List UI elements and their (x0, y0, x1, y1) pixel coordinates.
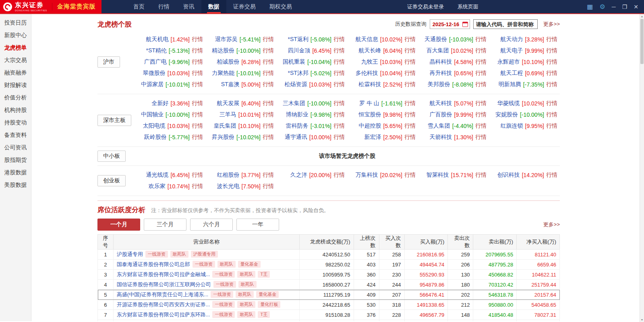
quote-link[interactable]: 行情 (263, 81, 274, 88)
stock-name-link[interactable]: 中超控股 (359, 122, 381, 130)
stock-name-link[interactable]: 创识科技 (497, 171, 520, 179)
stock-name-link[interactable]: 国机重装 (283, 58, 305, 66)
sidebar-item[interactable]: 大宗交易 (0, 54, 31, 66)
stock-name-link[interactable]: 天通股份 (425, 36, 447, 43)
stock-name-link[interactable]: 广西广电 (144, 58, 167, 66)
sidebar-item[interactable]: 港股数据 (0, 166, 31, 179)
stock-name-link[interactable]: 昇兴股份 (212, 134, 234, 141)
stock-name-link[interactable]: 航天科技 (430, 100, 452, 107)
seat-name-link[interactable]: 东方财富证券股份有限公司拉萨东环路... (117, 312, 210, 318)
stock-name-link[interactable]: 航天信息 (356, 36, 378, 43)
quote-link[interactable]: 行情 (192, 81, 203, 88)
quote-link[interactable]: 行情 (404, 81, 416, 88)
stock-name-link[interactable]: 九牧王 (361, 58, 378, 66)
stock-name-link[interactable]: 航天机电 (146, 36, 169, 43)
stock-name-link[interactable]: 智莱科技 (427, 171, 449, 179)
quote-link[interactable]: 行情 (192, 47, 203, 54)
quote-link[interactable]: 行情 (333, 70, 345, 77)
stock-name-link[interactable]: 松炀资源 (285, 81, 307, 88)
quote-link[interactable]: 行情 (475, 100, 487, 107)
quote-link[interactable]: 行情 (333, 100, 345, 107)
quote-link[interactable]: 行情 (333, 134, 345, 141)
stock-name-link[interactable]: 安妮股份 (495, 111, 518, 118)
stock-name-link[interactable]: *ST返利 (288, 36, 309, 43)
quote-link[interactable]: 行情 (263, 36, 274, 43)
quote-link[interactable]: 行情 (192, 58, 203, 66)
quote-link[interactable]: 行情 (333, 58, 345, 66)
stock-name-link[interactable]: 三木集团 (283, 100, 305, 107)
sidebar-item[interactable]: 龙虎榜单 (0, 41, 31, 54)
vertical-scrollbar[interactable]: ▲ ▼ (640, 14, 644, 322)
stock-name-link[interactable]: 三羊马 (219, 111, 236, 118)
stock-name-link[interactable]: 松霖科技 (359, 81, 381, 88)
stock-name-link[interactable]: 精达股份 (212, 47, 234, 54)
quote-link[interactable]: 行情 (333, 122, 345, 130)
stock-name-link[interactable]: 久之洋 (290, 171, 307, 179)
seat-name-link[interactable]: 开源证券股份有限公司西安西大街证券... (117, 301, 210, 308)
sidebar-item[interactable]: 财报解读 (0, 79, 31, 91)
quote-link[interactable]: 行情 (546, 36, 557, 43)
lhb-more-link[interactable]: 更多>> (543, 21, 560, 28)
sidebar-item[interactable]: 备查资料 (0, 129, 31, 141)
sidebar-item[interactable]: 价值分析 (0, 91, 31, 104)
period-tab[interactable]: 一年 (236, 219, 279, 231)
stock-name-link[interactable]: 美邦股份 (428, 81, 450, 88)
quote-link[interactable]: 行情 (263, 171, 274, 179)
stock-name-link[interactable]: *ST精伦 (146, 47, 167, 54)
stock-name-link[interactable]: 红相股份 (217, 171, 240, 179)
seat-name-link[interactable]: 高盛(中国)证券有限责任公司上海浦东... (117, 291, 209, 297)
stock-name-link[interactable]: 皇氏集团 (214, 122, 236, 130)
close-icon[interactable]: ✕ (634, 4, 638, 10)
system-page-link[interactable]: 系统页面 (458, 3, 478, 10)
quote-link[interactable]: 行情 (333, 47, 345, 54)
minimize-icon[interactable]: ─ (612, 4, 616, 10)
seat-name-link[interactable]: 沪股通专用 (117, 251, 143, 257)
nav-item[interactable]: 行情 (151, 0, 176, 13)
stock-name-link[interactable]: 博纳影业 (286, 111, 309, 118)
stock-name-link[interactable]: 四川金顶 (288, 47, 311, 54)
quote-link[interactable]: 行情 (333, 81, 345, 88)
quote-link[interactable]: 行情 (263, 122, 274, 130)
stock-name-link[interactable]: 雪人集团 (428, 122, 450, 130)
stock-name-link[interactable]: 恒宝股份 (359, 111, 381, 118)
quote-link[interactable]: 行情 (475, 171, 487, 179)
stock-name-link[interactable]: ST嘉澳 (221, 81, 240, 88)
sidebar-item[interactable]: 公司资讯 (0, 141, 31, 154)
apps-grid-icon[interactable]: ▦ (587, 4, 593, 10)
quote-link[interactable]: 行情 (404, 36, 416, 43)
nav-item[interactable]: 资讯 (176, 0, 201, 13)
stock-name-link[interactable]: 再升科技 (430, 70, 452, 77)
quote-link[interactable]: 行情 (475, 122, 487, 130)
stock-name-link[interactable]: 通宇通讯 (285, 134, 307, 141)
period-tab[interactable]: 一个月 (97, 219, 140, 231)
sidebar-item[interactable]: 美股数据 (0, 179, 31, 191)
nav-item[interactable]: 数据 (201, 0, 226, 13)
seat-name-link[interactable]: 国信证券股份有限公司浙江互联网分公司 (117, 281, 211, 287)
stock-name-link[interactable]: 华菱线缆 (497, 100, 520, 107)
sidebar-item[interactable]: 融资融券 (0, 66, 31, 79)
quote-link[interactable]: 行情 (192, 134, 203, 141)
stock-name-link[interactable]: 退市苏吴 (215, 36, 238, 43)
quote-link[interactable]: 行情 (404, 111, 416, 118)
stock-name-link[interactable]: 通光线缆 (146, 171, 169, 179)
stock-name-link[interactable]: 天箭科技 (430, 134, 452, 141)
quote-link[interactable]: 行情 (404, 70, 416, 77)
market-label-button[interactable]: 沪市 (97, 56, 120, 68)
sidebar-item[interactable]: 持股变动 (0, 116, 31, 129)
stock-name-link[interactable]: 百大集团 (427, 47, 449, 54)
stock-name-link[interactable]: 明新旭腾 (499, 81, 521, 88)
stock-name-link[interactable]: 航天工程 (501, 70, 523, 77)
quote-link[interactable]: 行情 (404, 171, 416, 179)
quote-link[interactable]: 行情 (404, 58, 416, 66)
quote-link[interactable]: 行情 (333, 36, 345, 43)
stock-name-link[interactable]: 永辉超市 (497, 58, 520, 66)
stock-name-link[interactable]: 波长光电 (217, 183, 240, 190)
quote-link[interactable]: 行情 (475, 47, 487, 54)
stock-name-link[interactable]: 翠微股份 (143, 70, 166, 77)
seats-more-link[interactable]: 更多>> (543, 221, 560, 228)
stock-name-link[interactable]: 全新好 (152, 100, 169, 107)
quote-link[interactable]: 行情 (475, 111, 487, 118)
quote-link[interactable]: 行情 (333, 171, 345, 179)
quote-link[interactable]: 行情 (546, 171, 557, 179)
stock-name-link[interactable]: 欢乐家 (149, 183, 166, 190)
